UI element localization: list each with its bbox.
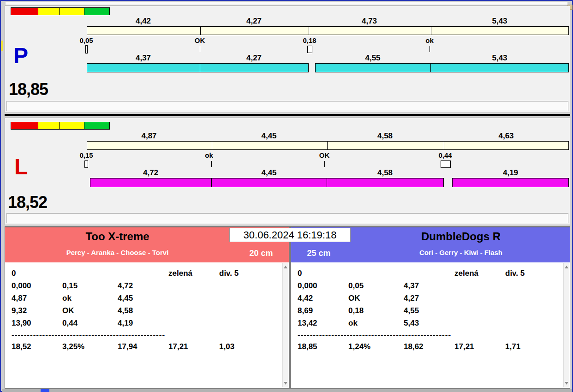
lower-split-value: 5,43 <box>430 54 569 62</box>
panel-divider <box>5 114 570 116</box>
upper-time-bar <box>87 26 569 35</box>
lower-time-bar-segment <box>90 178 212 187</box>
colorbar-red-segment <box>11 122 38 130</box>
exchange-marker-label: 0,15 <box>63 151 109 160</box>
colorbar-yellow-segment <box>59 122 84 130</box>
lower-time-bar-segment <box>327 178 444 187</box>
top-scroll-strip[interactable] <box>6 2 567 5</box>
split-row: 0,000 0,15 4,72 <box>12 279 282 292</box>
faults-value: 0 <box>298 267 348 279</box>
division-label: div. 5 <box>219 267 282 279</box>
exchange-gap-box <box>441 160 451 168</box>
split-row: 4,87 ok 4,45 <box>12 292 282 304</box>
exchange-marker-label: ok <box>186 151 232 160</box>
total-time: 18,85 <box>298 340 348 353</box>
lower-split-value: 4,37 <box>87 54 200 62</box>
lower-time-bar-segment <box>315 63 431 72</box>
scroll-up-icon[interactable] <box>565 266 568 268</box>
team-box-left: Too X-treme Percy - Aranka - Choose - To… <box>5 227 289 388</box>
colorbar-yellow-segment <box>38 7 60 15</box>
upper-split-value: 4,58 <box>327 132 443 140</box>
split-row: 13,42 ok 5,43 <box>298 317 563 329</box>
split-row: 8,69 0,18 4,55 <box>298 304 563 317</box>
lower-split-value: 4,27 <box>200 54 308 62</box>
scroll-down-icon[interactable] <box>284 382 287 385</box>
results-section: 30.06.2024 16:19:18 Too X-treme Percy - … <box>5 226 570 389</box>
exchange-marker-label: 0,44 <box>422 151 468 160</box>
colorbar-yellow-segment <box>38 122 60 130</box>
upper-split-value: 4,45 <box>211 132 327 140</box>
team-members: Cori - Gerry - Kiwi - Flash <box>351 249 571 256</box>
total-time: 18,52 <box>12 340 62 353</box>
lane-status-strip <box>6 213 568 223</box>
vertical-scrollbar[interactable] <box>563 263 569 387</box>
exchange-gap-box <box>84 160 88 168</box>
lane-panel-l: 4,87 4,45 4,58 4,63 0,15 ok OK 0,44 4,72… <box>5 118 570 225</box>
split-row: 0,000 0,05 4,37 <box>298 279 563 292</box>
percent-value: 1,24% <box>348 340 404 353</box>
net-time: 17,94 <box>118 340 168 353</box>
exchange-marker-label: ok <box>406 36 453 45</box>
app-window: 4,42 4,27 4,73 5,43 0,05 OK 0,18 ok 4,37… <box>0 0 573 392</box>
exchange-marker-label: OK <box>177 36 223 45</box>
exchange-marker-label: 0,05 <box>63 36 109 45</box>
upper-split-value: 4,27 <box>200 17 308 25</box>
lower-time-bar-segment <box>211 178 327 187</box>
difference-value: 1,03 <box>219 340 282 353</box>
result-header-row: 0 zelená div. 5 <box>298 267 563 279</box>
upper-split-value: 5,43 <box>430 17 569 25</box>
lower-time-bar-segment <box>452 178 569 187</box>
color-label: zelená <box>454 267 505 279</box>
exchange-gap-box <box>85 45 88 53</box>
h-scrollbar-thumb[interactable] <box>41 389 49 392</box>
bar-divider <box>200 26 201 35</box>
lower-split-value: 4,58 <box>327 169 443 177</box>
edge-marker <box>1 41 3 51</box>
team-results[interactable]: 0 zelená div. 5 0,000 0,05 4,37 4,42 OK … <box>291 262 570 388</box>
separator-line: ----------------------------------------… <box>298 329 563 340</box>
bar-divider <box>327 141 328 150</box>
upper-time-bar <box>87 141 569 150</box>
exchange-tick <box>430 46 430 52</box>
lower-split-value: 4,19 <box>452 169 569 177</box>
upper-split-value: 4,73 <box>308 17 430 25</box>
color-label: zelená <box>168 267 219 279</box>
lower-time-bar-segment <box>430 63 569 72</box>
colorbar-red-segment <box>11 7 38 15</box>
reference-time: 17,21 <box>168 340 219 353</box>
team-name: Too X-treme <box>5 230 230 243</box>
team-members: Percy - Aranka - Choose - Torvi <box>5 249 230 256</box>
colorbar-yellow-segment <box>59 7 84 15</box>
scroll-up-icon[interactable] <box>284 266 287 268</box>
net-time: 18,62 <box>404 340 454 353</box>
status-colorbar <box>11 122 110 130</box>
scroll-down-icon[interactable] <box>565 382 568 385</box>
lane-panel-p: 4,42 4,27 4,73 5,43 0,05 OK 0,18 ok 4,37… <box>5 6 570 113</box>
summary-row: 18,85 1,24% 18,62 17,21 1,71 <box>298 340 563 353</box>
bar-divider <box>431 26 431 35</box>
lower-split-value: 4,45 <box>211 169 327 177</box>
lane-status-strip <box>6 101 568 111</box>
lane-letter: L <box>14 156 28 178</box>
lower-split-value: 4,72 <box>90 169 211 177</box>
percent-value: 3,25% <box>62 340 118 353</box>
team-results[interactable]: 0 zelená div. 5 0,000 0,15 4,72 4,87 ok … <box>5 262 289 388</box>
bar-divider <box>444 141 444 150</box>
team-height-class: 25 cm <box>296 249 342 258</box>
exchange-marker-label: 0,18 <box>286 36 333 45</box>
status-colorbar <box>11 7 110 15</box>
lower-time-bar-segment <box>200 63 309 72</box>
horizontal-scrollbar[interactable] <box>2 389 572 392</box>
summary-row: 18,52 3,25% 17,94 17,21 1,03 <box>12 340 282 353</box>
exchange-marker-label: OK <box>301 151 347 160</box>
lane-letter: P <box>13 45 28 67</box>
lane-total-time: 18,85 <box>9 80 48 99</box>
colorbar-green-segment <box>84 122 110 130</box>
team-name: DumbleDogs R <box>351 230 571 243</box>
lower-split-value: 4,55 <box>315 54 430 62</box>
division-label: div. 5 <box>505 267 563 279</box>
vertical-scrollbar[interactable] <box>282 263 288 387</box>
split-row: 13,90 0,44 4,19 <box>12 317 282 329</box>
colorbar-green-segment <box>84 7 110 15</box>
exchange-tick <box>211 161 212 167</box>
